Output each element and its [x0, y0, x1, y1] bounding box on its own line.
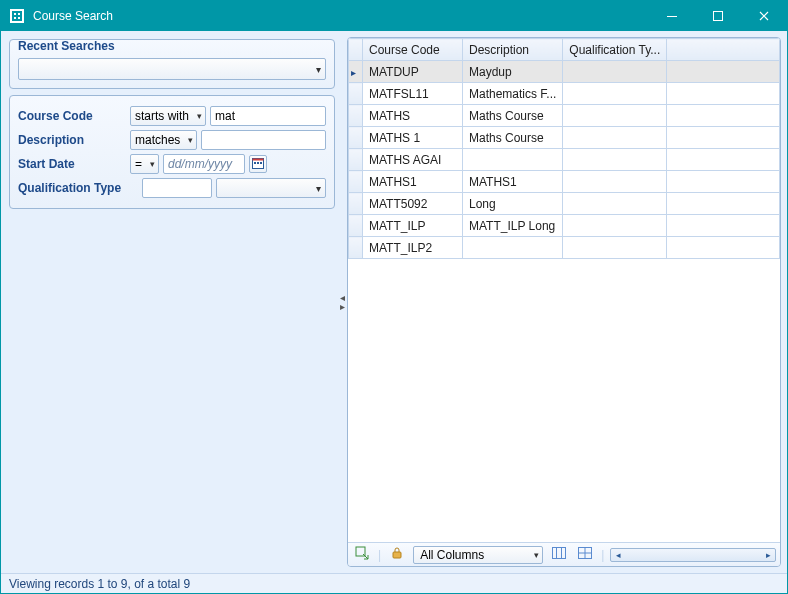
view-toggle-1[interactable] — [549, 545, 569, 565]
minimize-button[interactable] — [649, 1, 695, 31]
col-extra[interactable] — [667, 39, 780, 61]
row-header-column[interactable] — [349, 39, 363, 61]
row-header-cell[interactable] — [349, 193, 363, 215]
row-header-cell[interactable] — [349, 83, 363, 105]
cell[interactable] — [563, 149, 667, 171]
qual-type-input[interactable] — [142, 178, 212, 198]
cell[interactable]: MATHS 1 — [363, 127, 463, 149]
cell[interactable] — [667, 215, 780, 237]
table-row[interactable]: MATT5092Long — [349, 193, 780, 215]
client-area: Recent Searches ▾ Course Code starts wit… — [1, 31, 787, 573]
calendar-button[interactable] — [249, 155, 267, 173]
cell[interactable]: Maydup — [463, 61, 563, 83]
cell[interactable]: MATDUP — [363, 61, 463, 83]
cell[interactable]: Maths Course — [463, 105, 563, 127]
col-description[interactable]: Description — [463, 39, 563, 61]
start-date-op-select[interactable]: = ▾ — [130, 154, 159, 174]
cell[interactable]: MATT_ILP2 — [363, 237, 463, 259]
cell[interactable] — [667, 149, 780, 171]
horizontal-scrollbar[interactable]: ◂ ▸ — [610, 548, 776, 562]
cell[interactable] — [563, 171, 667, 193]
cell[interactable] — [667, 127, 780, 149]
recent-searches-group: Recent Searches ▾ — [9, 39, 335, 89]
grid-icon — [578, 547, 592, 562]
row-header-cell[interactable] — [349, 171, 363, 193]
table-row[interactable]: MATHS AGAI — [349, 149, 780, 171]
start-date-label: Start Date — [18, 157, 126, 171]
cell[interactable] — [563, 105, 667, 127]
description-op-select[interactable]: matches ▾ — [130, 130, 197, 150]
table-row[interactable]: MATT_ILP2 — [349, 237, 780, 259]
table-row[interactable]: MATHS1MATHS1 — [349, 171, 780, 193]
cell[interactable]: MATHS1 — [463, 171, 563, 193]
close-button[interactable] — [741, 1, 787, 31]
table-row[interactable]: MATFSL11Mathematics F... — [349, 83, 780, 105]
qual-type-combo[interactable]: ▾ — [216, 178, 326, 198]
lock-button[interactable] — [387, 545, 407, 565]
cell[interactable] — [667, 193, 780, 215]
course-code-op-select[interactable]: starts with ▾ — [130, 106, 206, 126]
columns-selector[interactable]: All Columns ▾ — [413, 546, 543, 564]
cell[interactable]: MATHS — [363, 105, 463, 127]
row-header-cell[interactable] — [349, 215, 363, 237]
filters-group: Course Code starts with ▾ mat Descriptio… — [9, 95, 335, 209]
course-code-input[interactable]: mat — [210, 106, 326, 126]
cell[interactable] — [667, 83, 780, 105]
table-row[interactable]: MATHSMaths Course — [349, 105, 780, 127]
table-row[interactable]: MATHS 1Maths Course — [349, 127, 780, 149]
cell[interactable] — [463, 149, 563, 171]
cell[interactable]: MATT_ILP — [363, 215, 463, 237]
maximize-button[interactable] — [695, 1, 741, 31]
svg-rect-4 — [14, 17, 16, 19]
results-grid-wrap: Course Code Description Qualification Ty… — [348, 38, 780, 542]
start-date-input[interactable]: dd/mm/yyyy — [163, 154, 245, 174]
view-toggle-2[interactable] — [575, 545, 595, 565]
cell[interactable]: MATHS1 — [363, 171, 463, 193]
cell[interactable] — [463, 237, 563, 259]
cell[interactable] — [563, 193, 667, 215]
row-header-cell[interactable] — [349, 127, 363, 149]
search-panel: Recent Searches ▾ Course Code starts wit… — [7, 37, 337, 567]
titlebar: Course Search — [1, 1, 787, 31]
cell[interactable] — [667, 237, 780, 259]
row-header-cell[interactable] — [349, 237, 363, 259]
svg-rect-1 — [12, 11, 22, 21]
cell[interactable]: MATFSL11 — [363, 83, 463, 105]
row-header-cell[interactable] — [349, 149, 363, 171]
col-qual-type[interactable]: Qualification Ty... — [563, 39, 667, 61]
lock-icon — [391, 547, 403, 562]
cell[interactable]: Long — [463, 193, 563, 215]
header-row: Course Code Description Qualification Ty… — [349, 39, 780, 61]
row-header-cell[interactable] — [349, 61, 363, 83]
recent-searches-combo[interactable]: ▾ — [18, 58, 326, 80]
splitter[interactable]: ◂▸ — [337, 37, 347, 567]
table-row[interactable]: MATDUPMaydup — [349, 61, 780, 83]
export-button[interactable] — [352, 545, 372, 565]
cell[interactable] — [563, 237, 667, 259]
results-grid[interactable]: Course Code Description Qualification Ty… — [348, 38, 780, 259]
splitter-grip-icon: ◂▸ — [340, 294, 345, 310]
cell[interactable] — [563, 127, 667, 149]
description-input[interactable] — [201, 130, 326, 150]
cell[interactable]: Maths Course — [463, 127, 563, 149]
chevron-down-icon: ▾ — [188, 135, 193, 145]
cell[interactable]: MATT5092 — [363, 193, 463, 215]
filter-row-description: Description matches ▾ — [18, 128, 326, 152]
col-course-code[interactable]: Course Code — [363, 39, 463, 61]
cell[interactable] — [667, 61, 780, 83]
scroll-track[interactable] — [625, 549, 761, 561]
svg-rect-11 — [257, 162, 259, 164]
cell[interactable] — [667, 171, 780, 193]
svg-rect-9 — [253, 158, 264, 160]
filter-row-qual-type: Qualification Type ▾ — [18, 176, 326, 200]
cell[interactable]: MATHS AGAI — [363, 149, 463, 171]
cell[interactable] — [563, 215, 667, 237]
cell[interactable]: Mathematics F... — [463, 83, 563, 105]
window-title: Course Search — [33, 9, 113, 23]
cell[interactable] — [563, 61, 667, 83]
row-header-cell[interactable] — [349, 105, 363, 127]
table-row[interactable]: MATT_ILPMATT_ILP Long — [349, 215, 780, 237]
cell[interactable]: MATT_ILP Long — [463, 215, 563, 237]
cell[interactable] — [667, 105, 780, 127]
cell[interactable] — [563, 83, 667, 105]
